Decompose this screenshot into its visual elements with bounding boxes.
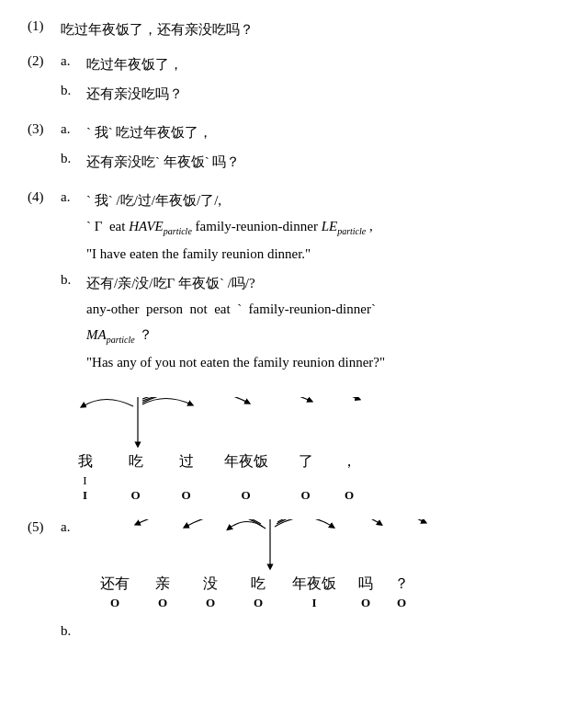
entry-4-sub-a: a. ` 我` /吃/过/年夜饭/了/, ` Γ eat HAVEparticl… <box>61 189 560 268</box>
entry-content-5: a. <box>61 519 560 643</box>
sub-label-4b: b. <box>61 272 86 377</box>
entry-content-4: a. ` 我` /吃/过/年夜饭/了/, ` Γ eat HAVEparticl… <box>61 189 560 381</box>
entry-5-sub-a: a. <box>61 519 560 620</box>
word-chi-en <box>134 473 137 488</box>
ma-italic: MAparticle <box>86 327 135 342</box>
word-col-ma: 吗 O <box>346 574 385 610</box>
word-mei-chinese: 没 <box>203 574 218 594</box>
entry-2-sub-a: a. 吃过年夜饭了， <box>61 53 560 79</box>
line-2b: 还有亲没吃吗？ <box>86 83 560 105</box>
sub-content-3b: 还有亲没吃` 年夜饭` 吗？ <box>86 151 560 176</box>
word-col-chi2: 吃 O <box>234 574 282 610</box>
word-haiyou-chinese: 还有 <box>100 574 130 594</box>
word-comma-chinese: ， <box>342 452 356 472</box>
word-question-chinese: ？ <box>394 574 409 594</box>
entry-5-sub-b: b. <box>61 623 560 639</box>
word-col-comma: ， O <box>331 452 368 503</box>
diagram-2-wrapper: 还有 O 亲 O 没 O 吃 O <box>86 519 560 610</box>
line-2a: 吃过年夜饭了， <box>86 53 560 75</box>
word-chi2-chinese: 吃 <box>251 574 266 594</box>
sub-label-2b: b. <box>61 83 86 108</box>
word-mei-label: O <box>206 596 215 610</box>
entry-num-4: (4) <box>28 189 61 205</box>
line-4a-3: "I have eaten the family reunion dinner.… <box>86 243 560 265</box>
sub-content-2b: 还有亲没吃吗？ <box>86 83 560 108</box>
ma-sub: particle <box>107 335 135 345</box>
entry-3: (3) a. ` 我` 吃过年夜饭了， b. 还有亲没吃` 年夜饭` 吗？ <box>28 121 560 180</box>
entry-num-2: (2) <box>28 53 61 69</box>
word-col-le: 了 O <box>280 452 331 503</box>
entry-5: (5) a. <box>28 519 560 643</box>
word-guo-label: O <box>181 488 190 503</box>
word-nianye2-label: I <box>311 596 316 610</box>
word-nianye-chinese: 年夜饭 <box>224 452 268 472</box>
entry-2-sub-b: b. 还有亲没吃吗？ <box>61 83 560 108</box>
sub-content-4a: ` 我` /吃/过/年夜饭/了/, ` Γ eat HAVEparticle f… <box>86 189 560 268</box>
entry-3-sub-b: b. 还有亲没吃` 年夜饭` 吗？ <box>61 151 560 176</box>
word-qin-label: O <box>158 596 167 610</box>
word-col-mei: 没 O <box>187 574 234 610</box>
sub-label-3b: b. <box>61 151 86 176</box>
entry-content-1: 吃过年夜饭了，还有亲没吃吗？ <box>61 18 560 44</box>
word-col-question: ？ O <box>385 574 418 610</box>
eat-word: eat <box>214 301 230 316</box>
word-le-label: O <box>300 488 310 503</box>
entry-num-1: (1) <box>28 18 61 34</box>
word-nianye2-chinese: 年夜饭 <box>292 574 336 594</box>
word-qin-chinese: 亲 <box>155 574 170 594</box>
word-le-en <box>304 473 307 488</box>
word-comma-en <box>347 473 350 488</box>
word-ma-label: O <box>361 596 370 610</box>
sub-content-3a: ` 我` 吃过年夜饭了， <box>86 121 560 147</box>
particle-sub: particle <box>164 226 192 236</box>
word-col-haiyou: 还有 O <box>91 574 139 610</box>
word-guo-en <box>185 473 187 488</box>
entry-3-sub-a: a. ` 我` 吃过年夜饭了， <box>61 121 560 147</box>
word-comma-label: O <box>345 488 354 503</box>
entry-1-line: 吃过年夜饭了，还有亲没吃吗？ <box>61 18 560 40</box>
word-nianye-label: O <box>241 488 250 503</box>
word-wo-label: I <box>83 488 87 503</box>
diagram-2-words: 还有 O 亲 O 没 O 吃 O <box>91 574 560 610</box>
sub-content-5a: 还有 O 亲 O 没 O 吃 O <box>86 519 560 620</box>
sub-content-5b <box>86 623 560 639</box>
sub-label-3a: a. <box>61 121 86 147</box>
entry-num-3: (3) <box>28 121 61 137</box>
word-wo-chinese: 我 <box>78 452 93 472</box>
word-nianye-en <box>244 473 247 488</box>
line-4b-3: MAparticle ？ <box>86 324 560 347</box>
line-4b-2: any-other person not eat ` family-reunio… <box>86 298 560 320</box>
entry-1: (1) 吃过年夜饭了，还有亲没吃吗？ <box>28 18 560 44</box>
word-chi-chinese: 吃 <box>129 452 143 472</box>
line-3b: 还有亲没吃` 年夜饭` 吗？ <box>86 151 560 173</box>
word-col-nianye2: 年夜饭 I <box>282 574 346 610</box>
word-col-chi: 吃 O <box>110 452 161 503</box>
entry-2: (2) a. 吃过年夜饭了， b. 还有亲没吃吗？ <box>28 53 560 112</box>
line-4b-1: 还有/亲/没/吃Γ 年夜饭` /吗/? <box>86 272 560 294</box>
entry-num-5: (5) <box>28 519 61 535</box>
sub-content-4b: 还有/亲/没/吃Γ 年夜饭` /吗/? any-other person not… <box>86 272 560 377</box>
word-question-label: O <box>397 596 406 610</box>
line-3a: ` 我` 吃过年夜饭了， <box>86 121 560 143</box>
word-chi2-label: O <box>254 596 263 610</box>
sub-content-2a: 吃过年夜饭了， <box>86 53 560 79</box>
word-col-guo: 过 O <box>161 452 211 503</box>
entry-content-2: a. 吃过年夜饭了， b. 还有亲没吃吗？ <box>61 53 560 112</box>
entry-4: (4) a. ` 我` /吃/过/年夜饭/了/, ` Γ eat HAVEpar… <box>28 189 560 381</box>
diagram-1-container: 我 I I 吃 O 过 O 年夜饭 O 了 O <box>55 397 560 503</box>
line-4a-1: ` 我` /吃/过/年夜饭/了/, <box>86 189 560 211</box>
sub-label-5a: a. <box>61 519 86 620</box>
sub-label-2a: a. <box>61 53 86 79</box>
word-ma-chinese: 吗 <box>358 574 373 594</box>
diagram-1-wrapper: 我 I I 吃 O 过 O 年夜饭 O 了 O <box>55 397 560 503</box>
have-italic: HAVEparticle <box>129 219 192 233</box>
word-le-chinese: 了 <box>299 452 313 472</box>
word-haiyou-label: O <box>110 596 119 610</box>
sub-label-4a: a. <box>61 189 86 268</box>
word-guo-chinese: 过 <box>179 452 194 472</box>
word-wo-en: I <box>83 473 86 488</box>
sub-label-5b: b. <box>61 623 86 639</box>
le-sub: particle <box>337 226 366 236</box>
diagram-1-words: 我 I I 吃 O 过 O 年夜饭 O 了 O <box>60 452 560 503</box>
line-4a-2: ` Γ eat HAVEparticle family-reunion-dinn… <box>86 215 560 239</box>
